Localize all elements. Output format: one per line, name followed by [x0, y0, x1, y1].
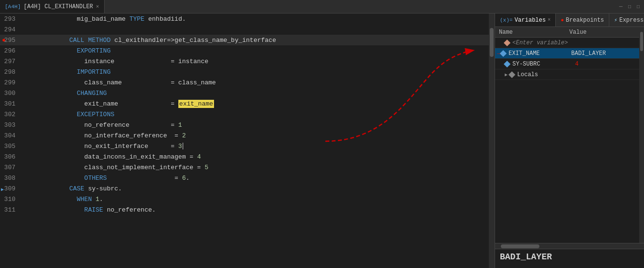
table-row: 311 RAISE no_reference. — [0, 204, 489, 215]
list-item[interactable]: ▶ Locals — [495, 69, 639, 80]
line-number: 296 — [0, 47, 20, 54]
folder-icon — [509, 71, 515, 78]
tab-bar: [A4H] [A4H] CL_EXITHANDLER × ─ □ □ — [0, 0, 644, 13]
variable-name: EXIT_NAME — [509, 50, 571, 57]
list-item[interactable]: <Enter variable> — [495, 38, 639, 48]
right-panel: (x)= Variables × ● Breakpoints ⚡ Express… — [495, 13, 644, 268]
variable-icon — [504, 60, 510, 67]
line-number: 302 — [0, 111, 20, 118]
line-number: 305 — [0, 143, 20, 150]
line-number: 301 — [0, 100, 20, 107]
main-content: 293 mig_badi_name TYPE enhbadiid. 294 29… — [0, 13, 644, 268]
scrollbar-thumb[interactable] — [640, 32, 643, 51]
line-number: 293 — [0, 15, 20, 23]
vertical-scrollbar[interactable] — [489, 13, 495, 268]
tab-expressions[interactable]: ⚡ Expressions — [609, 13, 644, 27]
variables-tab-icon: (x)= — [500, 17, 512, 23]
expand-arrow-icon: ▶ — [505, 72, 508, 78]
tab-variables[interactable]: (x)= Variables × — [495, 13, 556, 27]
line-number: 294 — [0, 26, 20, 33]
variables-tab-label: Variables — [514, 17, 546, 24]
bottom-value-display: BADI_LAYER — [495, 249, 644, 268]
expressions-tab-label: Expressions — [619, 17, 644, 24]
variables-content: Name Value <Enter variable> → — [495, 27, 644, 268]
code-lines: 293 mig_badi_name TYPE enhbadiid. 294 29… — [0, 13, 489, 215]
line-number: 309 ▶ — [0, 185, 20, 192]
line-number: 295 — [0, 37, 20, 44]
list-item[interactable]: → EXIT_NAME BADI_LAYER — [495, 48, 639, 59]
line-number: 306 — [0, 153, 20, 161]
editor-tab[interactable]: [A4H] [A4H] CL_EXITHANDLER × — [0, 0, 105, 13]
line-number: 310 — [0, 196, 20, 203]
variable-value: BADI_LAYER — [571, 50, 637, 57]
line-number: 297 — [0, 58, 20, 65]
col-name-header: Name — [497, 29, 569, 36]
list-item[interactable]: SY-SUBRC 4 — [495, 59, 639, 69]
hscroll-thumb[interactable] — [501, 244, 539, 248]
col-value-header: Value — [569, 29, 637, 36]
breakpoints-tab-icon: ● — [561, 17, 564, 23]
line-number: 299 — [0, 79, 20, 86]
code-editor[interactable]: 293 mig_badi_name TYPE enhbadiid. 294 29… — [0, 13, 489, 268]
restore-button[interactable]: □ — [626, 3, 633, 11]
right-panel-tabs: (x)= Variables × ● Breakpoints ⚡ Express… — [495, 13, 644, 27]
line-content: RAISE no_reference. — [20, 199, 489, 221]
tab-breakpoints[interactable]: ● Breakpoints — [556, 13, 609, 27]
variable-icon — [504, 39, 510, 46]
line-number: 298 — [0, 68, 20, 76]
group-name: Locals — [517, 71, 580, 78]
line-number: 307 — [0, 164, 20, 171]
scrollbar-thumb[interactable] — [490, 28, 494, 57]
right-vertical-scrollbar[interactable] — [639, 27, 644, 243]
tab-type-icon: [A4H] — [5, 4, 21, 10]
line-number: 300 — [0, 90, 20, 97]
variables-tab-close[interactable]: × — [548, 17, 550, 23]
tab-close-button[interactable]: × — [96, 4, 99, 10]
horizontal-scrollbar[interactable] — [495, 243, 644, 249]
breakpoints-tab-label: Breakpoints — [566, 17, 604, 24]
enter-variable-placeholder[interactable]: <Enter variable> — [512, 40, 575, 46]
variable-value-changed: 4 — [575, 61, 637, 67]
selected-value: BADI_LAYER — [500, 252, 552, 262]
window-controls: ─ □ □ — [617, 3, 644, 11]
line-number: 304 — [0, 132, 20, 139]
expressions-tab-icon: ⚡ — [614, 17, 617, 23]
table-row: 293 mig_badi_name TYPE enhbadiid. — [0, 13, 489, 24]
line-number: 311 — [0, 206, 20, 214]
minimize-button[interactable]: ─ — [617, 3, 625, 11]
variables-table-header: Name Value — [495, 27, 639, 38]
maximize-button[interactable]: □ — [634, 3, 642, 11]
empty-area — [495, 80, 639, 243]
line-number: 303 — [0, 121, 20, 129]
tab-label: [A4H] CL_EXITHANDLER — [24, 3, 93, 10]
line-number: 308 — [0, 174, 20, 182]
variable-name: SY-SUBRC — [512, 61, 575, 67]
